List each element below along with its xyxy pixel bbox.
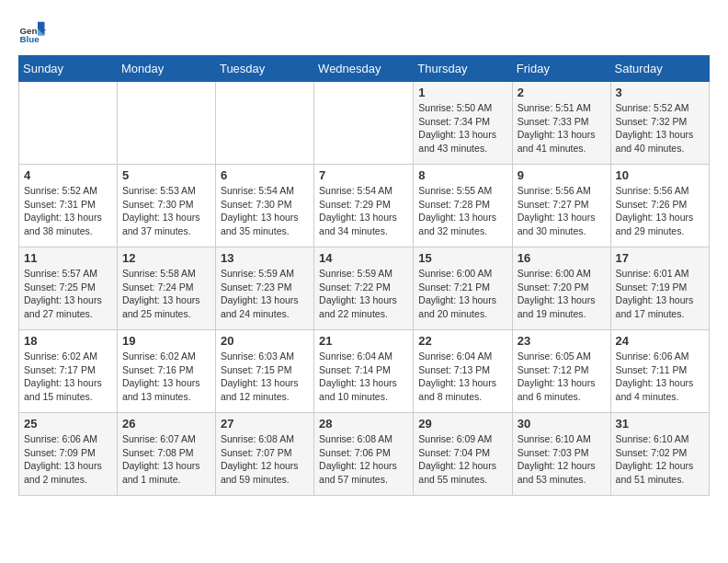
calendar-cell: 9Sunrise: 5:56 AM Sunset: 7:27 PM Daylig… (512, 165, 610, 247)
calendar-cell: 30Sunrise: 6:10 AM Sunset: 7:03 PM Dayli… (512, 413, 610, 496)
calendar-cell: 28Sunrise: 6:08 AM Sunset: 7:06 PM Dayli… (314, 413, 414, 496)
day-info: Sunrise: 6:03 AM Sunset: 7:15 PM Dayligh… (221, 350, 309, 404)
calendar-cell: 25Sunrise: 6:06 AM Sunset: 7:09 PM Dayli… (19, 413, 118, 496)
day-info: Sunrise: 5:51 AM Sunset: 7:33 PM Dayligh… (518, 101, 606, 155)
day-info: Sunrise: 5:57 AM Sunset: 7:25 PM Dayligh… (24, 267, 112, 321)
calendar-cell: 14Sunrise: 5:59 AM Sunset: 7:22 PM Dayli… (314, 247, 414, 330)
calendar-cell: 20Sunrise: 6:03 AM Sunset: 7:15 PM Dayli… (215, 330, 313, 413)
calendar-week-3: 11Sunrise: 5:57 AM Sunset: 7:25 PM Dayli… (19, 247, 710, 330)
day-number: 27 (221, 417, 309, 431)
calendar-cell: 27Sunrise: 6:08 AM Sunset: 7:07 PM Dayli… (215, 413, 313, 496)
logo: General Blue (18, 18, 48, 46)
calendar-cell: 6Sunrise: 5:54 AM Sunset: 7:30 PM Daylig… (215, 165, 313, 247)
day-number: 4 (24, 168, 112, 182)
calendar-cell: 5Sunrise: 5:53 AM Sunset: 7:30 PM Daylig… (117, 165, 215, 247)
weekday-header-wednesday: Wednesday (314, 56, 414, 82)
calendar-week-5: 25Sunrise: 6:06 AM Sunset: 7:09 PM Dayli… (19, 413, 710, 496)
weekday-header-saturday: Saturday (610, 56, 709, 82)
calendar-week-4: 18Sunrise: 6:02 AM Sunset: 7:17 PM Dayli… (19, 330, 710, 413)
day-number: 28 (319, 417, 408, 431)
calendar-cell: 22Sunrise: 6:04 AM Sunset: 7:13 PM Dayli… (414, 330, 512, 413)
svg-text:Blue: Blue (20, 34, 40, 44)
day-number: 31 (616, 417, 704, 431)
day-info: Sunrise: 5:56 AM Sunset: 7:27 PM Dayligh… (518, 184, 606, 238)
day-number: 18 (24, 334, 112, 348)
day-number: 14 (319, 251, 408, 265)
day-number: 8 (418, 168, 506, 182)
day-number: 25 (24, 417, 112, 431)
calendar-cell: 31Sunrise: 6:10 AM Sunset: 7:02 PM Dayli… (610, 413, 709, 496)
weekday-header-thursday: Thursday (414, 56, 512, 82)
day-number: 29 (418, 417, 506, 431)
day-info: Sunrise: 6:10 AM Sunset: 7:03 PM Dayligh… (518, 432, 606, 487)
calendar-cell: 10Sunrise: 5:56 AM Sunset: 7:26 PM Dayli… (610, 165, 709, 247)
day-number: 26 (122, 417, 210, 431)
calendar-cell: 12Sunrise: 5:58 AM Sunset: 7:24 PM Dayli… (117, 247, 215, 330)
day-info: Sunrise: 5:50 AM Sunset: 7:34 PM Dayligh… (418, 101, 506, 155)
weekday-header-sunday: Sunday (19, 56, 118, 82)
day-info: Sunrise: 6:06 AM Sunset: 7:09 PM Dayligh… (24, 432, 112, 487)
calendar-cell: 16Sunrise: 6:00 AM Sunset: 7:20 PM Dayli… (512, 247, 610, 330)
day-info: Sunrise: 6:01 AM Sunset: 7:19 PM Dayligh… (616, 267, 704, 321)
day-number: 24 (616, 334, 704, 348)
calendar-cell: 7Sunrise: 5:54 AM Sunset: 7:29 PM Daylig… (314, 165, 414, 247)
weekday-header-monday: Monday (117, 56, 215, 82)
day-number: 2 (518, 86, 606, 99)
calendar-cell: 24Sunrise: 6:06 AM Sunset: 7:11 PM Dayli… (610, 330, 709, 413)
calendar-cell: 13Sunrise: 5:59 AM Sunset: 7:23 PM Dayli… (215, 247, 313, 330)
day-number: 10 (616, 168, 704, 182)
day-info: Sunrise: 6:07 AM Sunset: 7:08 PM Dayligh… (122, 432, 210, 487)
day-info: Sunrise: 5:52 AM Sunset: 7:31 PM Dayligh… (24, 184, 112, 238)
day-info: Sunrise: 6:06 AM Sunset: 7:11 PM Dayligh… (616, 350, 704, 404)
day-number: 15 (418, 251, 506, 265)
calendar-table: SundayMondayTuesdayWednesdayThursdayFrid… (18, 55, 710, 496)
calendar-cell: 8Sunrise: 5:55 AM Sunset: 7:28 PM Daylig… (414, 165, 512, 247)
day-info: Sunrise: 5:54 AM Sunset: 7:30 PM Dayligh… (221, 184, 309, 238)
day-info: Sunrise: 5:53 AM Sunset: 7:30 PM Dayligh… (122, 184, 210, 238)
day-info: Sunrise: 5:54 AM Sunset: 7:29 PM Dayligh… (319, 184, 408, 238)
calendar-cell (19, 82, 118, 165)
weekday-header-friday: Friday (512, 56, 610, 82)
day-info: Sunrise: 6:10 AM Sunset: 7:02 PM Dayligh… (616, 432, 704, 487)
day-info: Sunrise: 6:04 AM Sunset: 7:14 PM Dayligh… (319, 350, 408, 404)
day-number: 21 (319, 334, 408, 348)
day-number: 3 (616, 86, 704, 99)
calendar-cell: 18Sunrise: 6:02 AM Sunset: 7:17 PM Dayli… (19, 330, 118, 413)
weekday-header-tuesday: Tuesday (215, 56, 313, 82)
day-info: Sunrise: 5:52 AM Sunset: 7:32 PM Dayligh… (616, 101, 704, 155)
calendar-week-2: 4Sunrise: 5:52 AM Sunset: 7:31 PM Daylig… (19, 165, 710, 247)
calendar-week-1: 1Sunrise: 5:50 AM Sunset: 7:34 PM Daylig… (19, 82, 710, 165)
day-number: 5 (122, 168, 210, 182)
day-number: 19 (122, 334, 210, 348)
day-number: 6 (221, 168, 309, 182)
day-info: Sunrise: 6:04 AM Sunset: 7:13 PM Dayligh… (418, 350, 506, 404)
calendar-cell: 2Sunrise: 5:51 AM Sunset: 7:33 PM Daylig… (512, 82, 610, 165)
day-info: Sunrise: 5:55 AM Sunset: 7:28 PM Dayligh… (418, 184, 506, 238)
calendar-cell (117, 82, 215, 165)
day-info: Sunrise: 6:08 AM Sunset: 7:07 PM Dayligh… (221, 432, 309, 487)
calendar-cell: 17Sunrise: 6:01 AM Sunset: 7:19 PM Dayli… (610, 247, 709, 330)
day-number: 12 (122, 251, 210, 265)
day-info: Sunrise: 6:05 AM Sunset: 7:12 PM Dayligh… (518, 350, 606, 404)
day-info: Sunrise: 6:08 AM Sunset: 7:06 PM Dayligh… (319, 432, 408, 487)
calendar-cell: 19Sunrise: 6:02 AM Sunset: 7:16 PM Dayli… (117, 330, 215, 413)
calendar-cell: 3Sunrise: 5:52 AM Sunset: 7:32 PM Daylig… (610, 82, 709, 165)
day-info: Sunrise: 5:56 AM Sunset: 7:26 PM Dayligh… (616, 184, 704, 238)
day-info: Sunrise: 5:59 AM Sunset: 7:23 PM Dayligh… (221, 267, 309, 321)
calendar-cell (215, 82, 313, 165)
calendar-cell: 1Sunrise: 5:50 AM Sunset: 7:34 PM Daylig… (414, 82, 512, 165)
day-info: Sunrise: 6:09 AM Sunset: 7:04 PM Dayligh… (418, 432, 506, 487)
logo-icon: General Blue (18, 18, 46, 46)
calendar-cell: 26Sunrise: 6:07 AM Sunset: 7:08 PM Dayli… (117, 413, 215, 496)
weekday-header-row: SundayMondayTuesdayWednesdayThursdayFrid… (19, 56, 710, 82)
calendar-cell: 21Sunrise: 6:04 AM Sunset: 7:14 PM Dayli… (314, 330, 414, 413)
day-number: 22 (418, 334, 506, 348)
day-number: 30 (518, 417, 606, 431)
day-info: Sunrise: 6:00 AM Sunset: 7:21 PM Dayligh… (418, 267, 506, 321)
day-number: 17 (616, 251, 704, 265)
day-number: 20 (221, 334, 309, 348)
day-info: Sunrise: 6:00 AM Sunset: 7:20 PM Dayligh… (518, 267, 606, 321)
day-info: Sunrise: 6:02 AM Sunset: 7:17 PM Dayligh… (24, 350, 112, 404)
calendar-cell: 23Sunrise: 6:05 AM Sunset: 7:12 PM Dayli… (512, 330, 610, 413)
calendar-cell: 29Sunrise: 6:09 AM Sunset: 7:04 PM Dayli… (414, 413, 512, 496)
